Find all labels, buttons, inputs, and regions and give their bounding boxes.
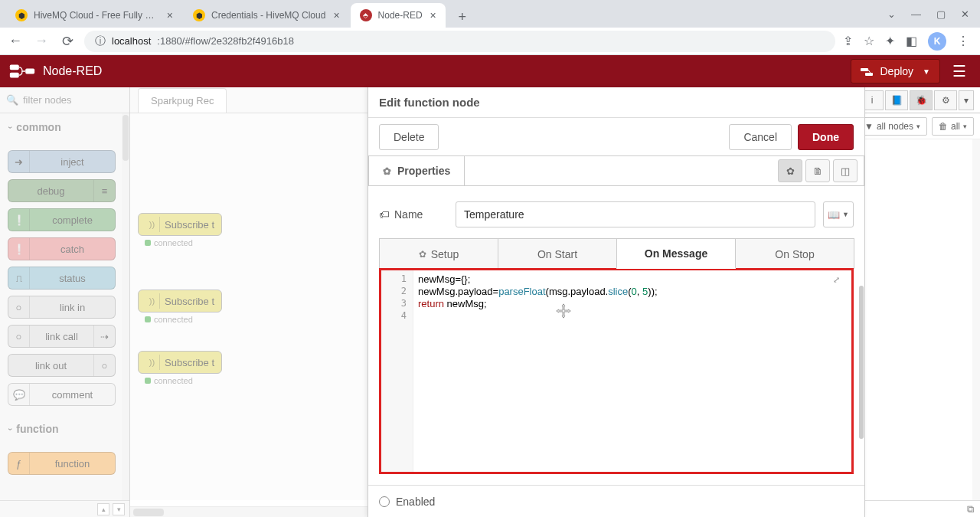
canvas-node-subscribe-2[interactable]: )) Subscribe t connected — [138, 290, 222, 312]
move-cursor-icon — [555, 303, 572, 319]
tray-scrollbar[interactable] — [858, 286, 864, 485]
browser-tab-3[interactable]: ⬘ Node-RED × — [351, 3, 446, 28]
chevron-down-icon[interactable]: ▾ — [959, 90, 974, 110]
enabled-toggle-icon[interactable] — [379, 496, 390, 507]
app-title: Node-RED — [43, 64, 102, 78]
chevron-down-icon: ▼ — [842, 211, 849, 218]
menu-icon[interactable]: ⋮ — [957, 34, 969, 48]
line-number: 1 — [381, 273, 413, 286]
tray-header: Edit function node — [368, 87, 864, 118]
tray-title: Edit function node — [379, 96, 480, 109]
palette-nodes-common: ➜inject debug≡ ❕complete ❕catch ⎍status … — [0, 141, 123, 415]
status-dot-icon — [145, 240, 151, 246]
flow-tab[interactable]: Sparkpug Rec — [138, 88, 227, 113]
appearance-icon[interactable]: ◫ — [833, 159, 858, 182]
bookmark-icon[interactable]: ☆ — [864, 34, 874, 48]
browser-tab-2[interactable]: ⬢ Credentials - HiveMQ Cloud × — [184, 3, 349, 28]
chevron-down-icon[interactable]: ⌄ — [887, 8, 896, 20]
palette-node-linkcall[interactable]: ○link call⇢ — [8, 325, 116, 348]
browser-tab-1[interactable]: ⬢ HiveMQ Cloud - Free Fully Man × — [6, 3, 182, 28]
palette-node-complete[interactable]: ❕complete — [8, 208, 116, 231]
palette-node-linkout[interactable]: link out○ — [8, 354, 116, 377]
canvas-node-subscribe-1[interactable]: )) Subscribe t connected — [138, 213, 222, 236]
palette-category-function[interactable]: › function — [0, 415, 123, 443]
back-icon[interactable]: ← — [6, 33, 24, 49]
palette-node-linkin[interactable]: ○link in — [8, 296, 116, 319]
sidebar-scrollbar[interactable] — [972, 139, 980, 500]
forward-icon[interactable]: → — [32, 33, 51, 49]
tab-setup[interactable]: ✿ Setup — [379, 238, 498, 269]
palette-scroll[interactable]: › common ➜inject debug≡ ❕complete ❕catch… — [0, 113, 129, 500]
tab-title: Node-RED — [378, 10, 423, 21]
tab-on-start[interactable]: On Start — [498, 238, 617, 269]
clear-dropdown[interactable]: 🗑 all ▾ — [932, 117, 974, 136]
library-button[interactable]: 📖 ▼ — [823, 201, 854, 227]
tab-title: Credentials - HiveMQ Cloud — [211, 10, 325, 21]
node-status: connected — [145, 376, 193, 385]
close-icon[interactable]: × — [167, 9, 173, 21]
open-window-icon[interactable]: ⧉ — [967, 503, 974, 515]
canvas-node-subscribe-3[interactable]: )) Subscribe t connected — [138, 351, 222, 374]
palette-nodes-function: ƒfunction — [0, 443, 123, 484]
chevron-down-icon[interactable]: ▼ — [923, 67, 930, 76]
description-icon[interactable]: 🗎 — [805, 159, 830, 182]
properties-tab[interactable]: ✿ Properties — [369, 156, 465, 185]
site-info-icon[interactable]: ⓘ — [95, 34, 106, 48]
palette-search[interactable]: 🔍 — [0, 87, 129, 113]
svg-rect-0 — [10, 65, 19, 70]
cancel-button[interactable]: Cancel — [729, 124, 792, 150]
profile-avatar[interactable]: K — [928, 32, 946, 51]
close-icon[interactable]: × — [430, 9, 436, 21]
url-path: :1880/#flow/2e328fb2f4916b18 — [157, 35, 294, 47]
deploy-button[interactable]: Deploy ▼ — [851, 59, 941, 83]
sidepanel-icon[interactable]: ◧ — [906, 34, 917, 48]
palette-node-function[interactable]: ƒfunction — [8, 452, 116, 475]
debug-icon[interactable]: 🐞 — [910, 90, 933, 110]
palette-node-debug[interactable]: debug≡ — [8, 179, 116, 202]
tab-title: HiveMQ Cloud - Free Fully Man — [34, 10, 159, 21]
palette-node-catch[interactable]: ❕catch — [8, 237, 116, 260]
browser-toolbar: ← → ⟳ ⓘ localhost:1880/#flow/2e328fb2f49… — [0, 28, 980, 55]
tab-on-message[interactable]: On Message — [616, 238, 736, 269]
expand-editor-icon[interactable]: ⤢ — [833, 275, 847, 289]
name-label: 🏷 Name — [379, 208, 448, 221]
code-area[interactable]: newMsg={}; newMsg.payload=parseFloat(msg… — [413, 270, 851, 472]
share-icon[interactable]: ⇪ — [843, 34, 853, 48]
done-button[interactable]: Done — [798, 124, 854, 150]
collapse-up-icon[interactable]: ▴ — [97, 503, 109, 515]
url-bar[interactable]: ⓘ localhost:1880/#flow/2e328fb2f4916b18 — [84, 31, 835, 52]
help-icon[interactable]: 📘 — [885, 90, 908, 110]
palette-filter-input[interactable] — [23, 94, 123, 106]
palette-category-common[interactable]: › common — [0, 113, 123, 141]
main-menu-icon[interactable]: ☰ — [948, 62, 971, 80]
filter-nodes-dropdown[interactable]: ▼ all nodes ▾ — [858, 117, 927, 136]
settings-icon[interactable]: ✿ — [778, 159, 802, 182]
config-icon[interactable]: ⚙ — [934, 90, 957, 110]
palette-node-status[interactable]: ⎍status — [8, 267, 116, 290]
nodered-logo-icon — [9, 63, 35, 80]
expand-down-icon[interactable]: ▾ — [113, 503, 125, 515]
close-window-icon[interactable]: ✕ — [961, 8, 969, 20]
mqtt-icon: )) — [145, 293, 160, 309]
delete-button[interactable]: Delete — [379, 124, 439, 150]
extensions-icon[interactable]: ✦ — [885, 34, 895, 48]
name-input[interactable] — [456, 201, 815, 227]
minimize-icon[interactable]: — — [911, 8, 921, 20]
tab-on-stop[interactable]: On Stop — [735, 238, 854, 269]
new-tab-button[interactable]: + — [452, 6, 473, 28]
maximize-icon[interactable]: ▢ — [936, 8, 946, 20]
status-dot-icon — [145, 378, 151, 384]
tray-toolbar: Delete Cancel Done — [368, 118, 864, 156]
toolbar-right: ⇪ ☆ ✦ ◧ K ⋮ — [843, 32, 974, 51]
palette-scrollbar[interactable] — [122, 113, 129, 500]
svg-rect-1 — [10, 73, 19, 78]
link-out-icon: ⇢ — [93, 326, 115, 347]
name-row: 🏷 Name 📖 ▼ — [379, 201, 854, 227]
trash-icon: 🗑 — [939, 121, 948, 132]
close-icon[interactable]: × — [333, 9, 339, 21]
palette-node-comment[interactable]: 💬comment — [8, 383, 116, 406]
reload-icon[interactable]: ⟳ — [58, 33, 77, 50]
palette-node-inject[interactable]: ➜inject — [8, 150, 116, 173]
link-icon: ○ — [8, 296, 30, 318]
chevron-down-icon: › — [6, 427, 15, 430]
